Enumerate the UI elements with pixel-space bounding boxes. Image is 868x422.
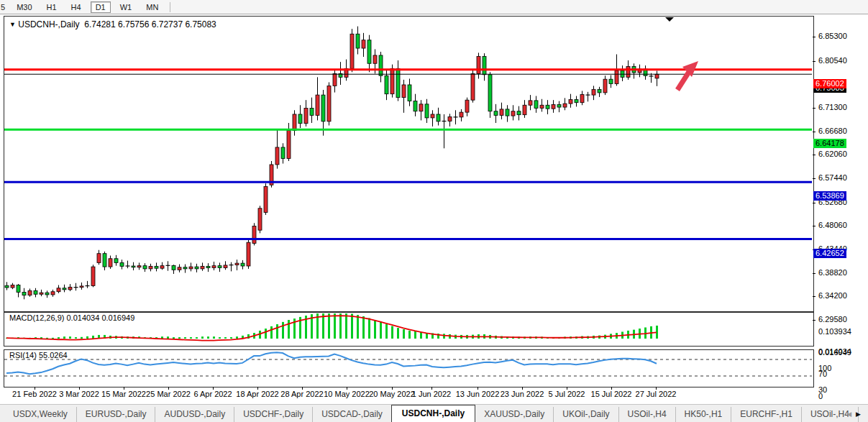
candle-bear [483, 56, 486, 74]
candle-bull [149, 266, 152, 269]
macd-hist-bar [443, 334, 445, 339]
timeframe-button-h1[interactable]: H1 [42, 1, 62, 13]
candle-bull [350, 34, 354, 68]
price-axis-label: 6.85300 [818, 32, 847, 40]
symbol-tab-bar: USDX,WeeklyEURUSD-,DailyAUDUSD-,DailyUSD… [0, 404, 868, 422]
candle-bull [626, 67, 630, 78]
macd-hist-bar [414, 331, 416, 339]
candle-bull [51, 292, 55, 295]
price-axis-label: 6.80540 [818, 56, 847, 65]
time-axis-label: 18 Apr 2022 [236, 390, 278, 398]
time-axis-label: 3 Mar 2022 [59, 390, 99, 398]
time-axis-label: 6 Apr 2022 [193, 390, 232, 398]
timeframe-button-5[interactable]: 5 [1, 1, 7, 13]
macd-hist-bar [368, 318, 370, 339]
candle-bear [206, 266, 210, 267]
candle-bull [160, 266, 164, 269]
timeframe-toolbar: 5M30H1H4D1W1MN [0, 0, 868, 14]
price-axis-tick [813, 37, 816, 37]
macd-hist-bar [69, 336, 71, 339]
price-axis-tick [813, 132, 816, 132]
tab-hk50-h1[interactable]: HK50-,H1 [676, 407, 732, 422]
candle-bull [212, 266, 216, 268]
candle-bear [281, 147, 285, 159]
price-axis-tick [813, 155, 816, 155]
time-axis-label: 23 Jun 2022 [501, 390, 544, 398]
macd-hist-bar [282, 322, 284, 339]
chart-window[interactable]: ▼ USDCNH-,Daily 6.74281 6.75756 6.72737 … [0, 14, 868, 403]
candle-bear [437, 114, 440, 121]
macd-hist-bar [190, 337, 192, 339]
timeframe-button-w1[interactable]: W1 [115, 1, 137, 13]
timeframe-button-m30[interactable]: M30 [12, 1, 37, 13]
candle-bear [546, 105, 549, 109]
toolbar-separator [170, 2, 170, 12]
macd-axis-value-label: 0.016949 [818, 348, 851, 357]
time-axis[interactable]: 21 Feb 20223 Mar 202215 Mar 202225 Mar 2… [4, 387, 813, 403]
candle-bear [63, 288, 66, 290]
mt4-window: 5M30H1H4D1W1MN ▼ USDCNH-,Daily 6.74281 6… [0, 0, 868, 422]
candlestick-chart[interactable] [4, 17, 812, 310]
candle-bear [408, 85, 411, 101]
candle-bull [247, 242, 250, 266]
price-axis-tick [813, 178, 816, 179]
macd-hist-bar [224, 337, 227, 339]
candle-bear [155, 266, 158, 268]
candle-bull [465, 100, 469, 112]
chart-dropdown-icon[interactable]: ▼ [9, 21, 16, 28]
macd-hist-bar [201, 336, 204, 339]
candle-bear [5, 285, 9, 288]
candle-bear [321, 95, 325, 121]
timeframe-button-h4[interactable]: H4 [66, 1, 86, 13]
macd-hist-bar [236, 336, 238, 339]
tab-scroll-right-icon[interactable]: ▶ [856, 410, 865, 418]
tab-xauusd-daily[interactable]: XAUUSD-,Daily [475, 407, 554, 422]
macd-hist-bar [58, 337, 60, 339]
candle-bear [517, 111, 521, 115]
rsi-axis-level-label: 0 [818, 392, 823, 400]
candle-bear [609, 79, 613, 83]
price-axis-tick [813, 273, 816, 274]
price-axis[interactable]: 6.853006.805406.713006.666806.620606.574… [813, 14, 868, 403]
main-chart-panel[interactable] [4, 16, 814, 312]
macd-hist-bar [270, 326, 273, 339]
time-axis-label: 25 Mar 2022 [146, 390, 191, 398]
timeframe-button-mn[interactable]: MN [141, 1, 163, 13]
candle-bull [327, 86, 331, 121]
macd-hist-bar [173, 337, 175, 339]
tab-usdchf-daily[interactable]: USDCHF-,Daily [234, 407, 313, 422]
tab-audusd-daily[interactable]: AUDUSD-,Daily [155, 407, 234, 422]
arrow-object-shaft[interactable] [677, 72, 689, 90]
tab-ukoil-daily[interactable]: UKOil-,Daily [554, 407, 618, 422]
candle-bull [293, 114, 296, 131]
candle-bull [258, 208, 262, 230]
candle-bear [575, 99, 578, 102]
time-axis-label: 1 Jun 2022 [412, 390, 451, 398]
time-axis-label: 15 Mar 2022 [101, 390, 146, 398]
tab-usdcnh-daily[interactable]: USDCNH-,Daily [391, 405, 475, 422]
candle-bull [201, 266, 204, 269]
tab-eurusd-daily[interactable]: EURUSD-,Daily [77, 407, 156, 422]
tab-usdcad-daily[interactable]: USDCAD-,Daily [313, 407, 392, 422]
rsi-panel[interactable] [4, 349, 814, 387]
candle-bull [580, 94, 584, 102]
candle-bull [603, 79, 607, 93]
rsi-chart[interactable] [4, 350, 812, 385]
macd-hist-bar [420, 332, 422, 339]
tab-usoil-h4[interactable]: USOil-,H4 [619, 407, 676, 422]
price-axis-tick [813, 203, 816, 203]
candle-bear [534, 101, 538, 109]
macd-hist-bar [391, 326, 393, 339]
tab-eurchf-h1[interactable]: EURCHF-,H1 [731, 407, 802, 422]
macd-hist-bar [276, 324, 278, 339]
candle-bull [362, 40, 365, 48]
macd-hist-bar [75, 337, 77, 339]
macd-hist-bar [86, 336, 88, 339]
macd-hist-bar [288, 320, 290, 339]
tab-scroll-left-icon[interactable]: ◀ [846, 410, 856, 418]
timeframe-button-d1[interactable]: D1 [91, 1, 111, 13]
candle-bear [195, 267, 198, 269]
chart-symbol-label: USDCNH-,Daily [18, 19, 79, 29]
tab-usdx-weekly[interactable]: USDX,Weekly [4, 407, 77, 422]
candle-bull [11, 285, 14, 288]
